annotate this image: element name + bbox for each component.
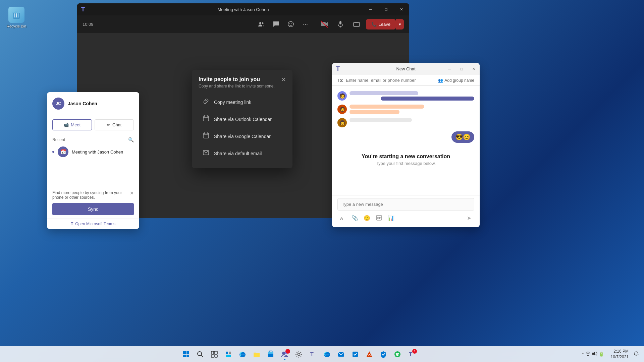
svg-rect-31 [186, 355, 189, 357]
new-chat-restore-button[interactable]: □ [455, 63, 468, 75]
new-chat-close-button[interactable]: ✕ [468, 63, 480, 75]
mail-button[interactable] [334, 348, 348, 361]
security-button[interactable] [377, 348, 390, 361]
recycle-bin[interactable]: Recycle Bin [7, 7, 26, 28]
show-hidden-icons[interactable]: ^ [582, 352, 584, 357]
minimize-button[interactable]: ─ [363, 3, 378, 15]
svg-rect-16 [203, 116, 209, 121]
svg-rect-13 [339, 21, 341, 24]
contact-actions: 📹 Meet ✏ Chat [47, 115, 139, 134]
spotify-button[interactable] [391, 348, 404, 361]
chat-icon-button[interactable] [269, 17, 283, 31]
svg-rect-44 [268, 352, 273, 354]
new-chat-to-bar: To: 👥 Add group name [332, 75, 480, 86]
chat-icon: ✏ [107, 122, 110, 127]
send-button[interactable]: ➤ [464, 213, 474, 223]
invite-modal-header: Invite people to join you Copy and share… [199, 76, 286, 88]
open-teams-link[interactable]: T Open Microsoft Teams [47, 219, 139, 229]
invite-options-list: Copy meeting link Share via Outlook Cale… [199, 94, 286, 162]
meeting-time: 10:09 [83, 22, 252, 27]
to-input[interactable] [346, 78, 435, 83]
close-button[interactable]: ✕ [394, 3, 409, 15]
svg-point-32 [198, 352, 202, 356]
chat-button[interactable]: ✏ Chat [95, 119, 134, 130]
people-icon-button[interactable] [255, 17, 268, 31]
recent-meeting-item[interactable]: 📅 Meeting with Jason Cohen [47, 144, 139, 160]
share-google-label: Share via Google Calendar [214, 134, 271, 139]
clock-display[interactable]: 2:16 PM 10/7/2021 [608, 349, 631, 360]
share-email-label: Share via default email [214, 151, 262, 156]
battery-icon[interactable]: 🔋 [599, 352, 604, 357]
share-email-option[interactable]: Share via default email [199, 145, 286, 162]
copy-meeting-link-label: Copy meeting link [214, 100, 251, 105]
new-chat-message-input[interactable] [337, 198, 474, 210]
start-button[interactable] [179, 348, 193, 361]
maximize-button[interactable]: □ [378, 3, 394, 15]
meet-button[interactable]: 📹 Meet [52, 119, 92, 130]
share-icon-button[interactable] [350, 17, 363, 31]
contact-search-icon[interactable]: 🔍 [128, 137, 134, 142]
invite-modal-close-button[interactable]: ✕ [281, 76, 286, 83]
edge-button[interactable] [236, 348, 249, 361]
new-chat-title: New Chat [396, 66, 415, 71]
network-icon[interactable] [585, 351, 591, 357]
svg-rect-29 [186, 351, 189, 354]
message-row-2: 🧔 [337, 105, 474, 114]
contact-card-header: JC Jason Cohen [47, 92, 139, 115]
teams-app-button[interactable]: T [306, 348, 320, 361]
share-outlook-label: Share via Outlook Calendar [214, 117, 272, 122]
outlook-calendar-icon [202, 115, 210, 123]
invite-modal-title-group: Invite people to join you Copy and share… [199, 76, 275, 88]
add-group-name-button[interactable]: 👥 Add group name [438, 78, 474, 83]
toolbar-icons: ··· [255, 17, 312, 31]
new-chat-minimize-button[interactable]: ─ [443, 63, 455, 75]
teams-logo-icon: T [81, 6, 85, 13]
share-outlook-option[interactable]: Share via Outlook Calendar [199, 111, 286, 127]
window-controls: ─ □ ✕ [363, 3, 409, 15]
store-button[interactable] [264, 348, 277, 361]
teams2-badge: 1 [412, 349, 417, 354]
sync-notice-close-button[interactable]: ✕ [130, 190, 134, 196]
search-button[interactable] [194, 348, 207, 361]
todo-button[interactable] [348, 348, 362, 361]
new-chat-window-controls: ─ □ ✕ [443, 63, 480, 75]
svg-rect-43 [268, 353, 273, 357]
format-button[interactable]: A [337, 213, 348, 223]
svg-text:T: T [409, 352, 412, 357]
leave-dropdown-button[interactable]: ▾ [396, 19, 404, 29]
reactions-icon-button[interactable] [284, 17, 298, 31]
settings-button[interactable] [292, 348, 306, 361]
camera-icon-button[interactable] [318, 17, 331, 31]
gif-button[interactable]: GIF [374, 213, 384, 223]
widgets-button[interactable] [222, 348, 235, 361]
emoji-button[interactable]: 🙂 [362, 213, 372, 223]
video-icon: 📹 [63, 122, 69, 127]
file-explorer-button[interactable] [250, 348, 263, 361]
chart-button[interactable]: 📊 [386, 213, 396, 223]
mic-icon-button[interactable] [334, 17, 347, 31]
edge2-button[interactable] [320, 348, 334, 361]
task-view-button[interactable] [208, 348, 221, 361]
new-chat-input-area: A 📎 🙂 GIF 📊 ➤ [332, 195, 480, 227]
svg-point-7 [262, 22, 263, 24]
attach-button[interactable]: 📎 [350, 213, 360, 223]
svg-rect-1 [12, 12, 20, 13]
more-icon-button[interactable]: ··· [299, 17, 312, 31]
share-google-option[interactable]: Share via Google Calendar [199, 128, 286, 144]
teams2-button[interactable]: 1 T [405, 348, 418, 361]
leave-button[interactable]: 📞 Leave [366, 19, 396, 29]
sync-button[interactable]: Sync [52, 203, 134, 215]
teams-chat-badge [285, 349, 290, 354]
volume-icon[interactable] [592, 351, 597, 357]
contact-avatar: JC [52, 98, 64, 110]
emoji-bubble: 😎😊 [451, 131, 474, 143]
notification-button[interactable] [633, 350, 640, 358]
copy-meeting-link-option[interactable]: Copy meeting link [199, 94, 286, 110]
svg-rect-2 [15, 11, 18, 12]
svg-rect-28 [183, 351, 186, 354]
message-bubbles-2 [350, 105, 474, 114]
teams-chat-button[interactable] [278, 348, 291, 361]
email-icon [202, 149, 210, 158]
svg-rect-37 [215, 355, 217, 357]
office-button[interactable]: O [363, 348, 376, 361]
